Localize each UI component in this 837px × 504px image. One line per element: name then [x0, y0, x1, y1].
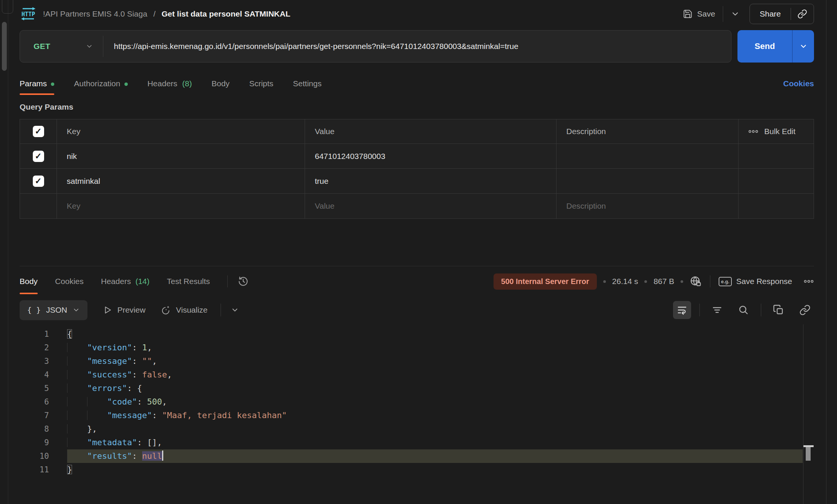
response-tab-cookies-label: Cookies [55, 277, 84, 286]
response-tabs-bar: Body Cookies Headers (14) Test Results [20, 266, 814, 296]
visualize-options-chevron-icon[interactable] [231, 306, 239, 314]
tab-authorization[interactable]: Authorization [74, 72, 128, 96]
response-tab-cookies[interactable]: Cookies [55, 266, 84, 296]
cookies-link[interactable]: Cookies [783, 79, 814, 88]
response-tab-headers-label: Headers [101, 277, 131, 286]
param-value-input[interactable]: true [305, 169, 556, 194]
tab-settings[interactable]: Settings [293, 72, 322, 96]
method-label: GET [34, 42, 51, 51]
breadcrumb-collection[interactable]: !API Partners EMIS 4.0 Siaga [43, 9, 147, 18]
response-history-icon[interactable] [238, 276, 249, 287]
param-checkbox[interactable]: ✓ [33, 176, 44, 187]
column-header-value: Value [305, 119, 556, 144]
column-header-description: Description [556, 119, 739, 144]
meta-separator-dot [644, 280, 647, 283]
tab-headers[interactable]: Headers (8) [147, 72, 192, 96]
tab-body[interactable]: Body [212, 72, 230, 96]
braces-icon: { } [27, 305, 41, 315]
response-tab-test-results-label: Test Results [167, 277, 210, 286]
search-button[interactable] [734, 301, 753, 319]
select-all-checkbox[interactable]: ✓ [33, 126, 44, 137]
method-selector[interactable]: GET [20, 42, 103, 51]
param-checkbox[interactable]: ✓ [33, 151, 44, 162]
preview-icon [103, 305, 112, 315]
bulk-edit-label: Bulk Edit [764, 127, 796, 136]
editor-scrollbar-thumb[interactable] [806, 447, 811, 461]
param-key-input[interactable]: satminkal [57, 169, 305, 194]
line-number: 2 [20, 341, 49, 354]
code-line[interactable]: 5 "errors": { [20, 382, 814, 395]
send-button[interactable]: Send [737, 30, 792, 63]
method-chevron-icon [86, 43, 93, 50]
response-headers-count: (14) [135, 277, 149, 286]
link-response-button[interactable] [796, 301, 814, 319]
tab-settings-label: Settings [293, 79, 322, 88]
response-tab-headers[interactable]: Headers (14) [101, 266, 150, 296]
response-more-options-icon[interactable] [803, 279, 814, 283]
share-button[interactable]: Share [750, 4, 791, 24]
code-line[interactable]: 10 "results": null [20, 449, 814, 463]
preview-label: Preview [117, 305, 146, 315]
code-line[interactable]: 7 "message": "Maaf, terjadi kesalahan" [20, 409, 814, 422]
response-pane: Body Cookies Headers (14) Test Results [20, 266, 814, 504]
breadcrumb-separator: / [153, 9, 156, 18]
line-number: 5 [20, 382, 49, 395]
code-line[interactable]: 1{ [20, 327, 814, 341]
format-selector-button[interactable]: { } JSON [20, 300, 87, 320]
code-line[interactable]: 3 "message": "", [20, 354, 814, 368]
wrap-text-button[interactable] [673, 301, 691, 319]
copy-link-button[interactable] [791, 4, 814, 24]
save-options-chevron-icon[interactable] [731, 9, 740, 18]
new-param-description-input[interactable]: Description [556, 194, 739, 218]
response-size[interactable]: 867 B [653, 277, 674, 286]
new-param-key-input[interactable]: Key [57, 194, 305, 218]
url-input[interactable]: https://api-emis.kemenag.go.id/v1/person… [103, 42, 518, 51]
new-param-value-input[interactable]: Value [305, 194, 556, 218]
param-description-input[interactable] [556, 144, 739, 169]
tab-params[interactable]: Params [20, 72, 54, 96]
param-row-checkbox-cell: ✓ [20, 169, 57, 194]
save-button[interactable]: Save [683, 9, 715, 19]
status-badge[interactable]: 500 Internal Server Error [494, 273, 596, 290]
response-tab-test-results[interactable]: Test Results [167, 266, 210, 296]
bulk-edit-button[interactable]: Bulk Edit [739, 119, 814, 144]
tab-authorization-label: Authorization [74, 79, 120, 88]
format-label: JSON [46, 305, 67, 315]
response-tabs-divider [227, 275, 228, 287]
preview-button[interactable]: Preview [103, 305, 146, 315]
line-number: 4 [20, 368, 49, 382]
network-info-icon[interactable] [690, 275, 702, 287]
line-number: 9 [20, 436, 49, 449]
tab-scripts[interactable]: Scripts [249, 72, 273, 96]
response-tab-body-label: Body [20, 277, 38, 286]
authorization-modified-dot [124, 82, 128, 86]
param-description-input[interactable] [556, 169, 739, 194]
params-modified-dot [51, 82, 54, 86]
code-line[interactable]: 6 "code": 500, [20, 395, 814, 409]
code-line[interactable]: 11} [20, 463, 814, 477]
code-line[interactable]: 8 }, [20, 422, 814, 436]
code-line[interactable]: 2 "version": 1, [20, 341, 814, 354]
visualize-button[interactable]: Visualize [161, 305, 208, 315]
response-body-toolbar: { } JSON Preview [20, 298, 814, 322]
filter-button[interactable] [708, 301, 726, 319]
param-key-input[interactable]: nik [57, 144, 305, 169]
line-number: 1 [20, 327, 49, 341]
link-icon [797, 9, 807, 19]
tab-scripts-label: Scripts [249, 79, 273, 88]
code-editor[interactable]: 1{2 "version": 1,3 "message": "",4 "succ… [20, 324, 814, 504]
code-line[interactable]: 9 "metadata": [], [20, 436, 814, 449]
copy-button[interactable] [770, 301, 788, 319]
response-tab-body[interactable]: Body [20, 266, 38, 296]
param-value-input[interactable]: 6471012403780003 [305, 144, 556, 169]
code-line[interactable]: 4 "success": false, [20, 368, 814, 382]
query-params-title: Query Params [20, 102, 814, 111]
request-header-bar: HTTP !API Partners EMIS 4.0 Siaga / Get … [20, 0, 814, 28]
send-options-button[interactable] [792, 30, 814, 63]
request-title[interactable]: Get list data personel SATMINKAL [161, 9, 290, 18]
response-time[interactable]: 26.14 s [612, 277, 638, 286]
tab-edge-fragment [2, 0, 13, 14]
vertical-scrollbar-thumb[interactable] [2, 22, 7, 71]
save-response-button[interactable]: Save Response [736, 277, 792, 286]
code-tools-divider [761, 304, 761, 316]
